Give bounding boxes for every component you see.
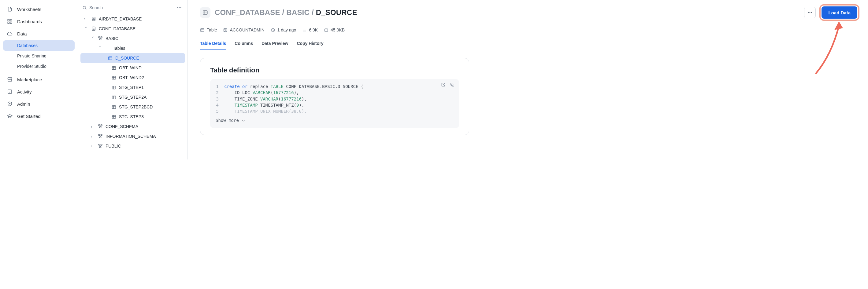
tree-label: Tables (113, 46, 125, 51)
svg-point-53 (810, 12, 810, 13)
graduation-icon (7, 113, 13, 119)
nav-label: Dashboards (17, 19, 42, 24)
svg-rect-45 (99, 137, 101, 138)
tree-table-stg-step1[interactable]: STG_STEP1 (78, 82, 187, 92)
svg-point-13 (181, 7, 181, 8)
chevron-down-icon (241, 118, 246, 123)
tree-table-stg-step2a[interactable]: STG_STEP2A (78, 92, 187, 102)
svg-rect-34 (112, 105, 115, 108)
svg-point-11 (177, 7, 178, 8)
svg-rect-56 (200, 28, 204, 32)
copy-icon[interactable] (450, 82, 455, 87)
meta-size: 45.0KB (324, 28, 345, 32)
storage-icon (324, 28, 329, 32)
tree-label: STG_STEP1 (119, 85, 144, 90)
nav-admin[interactable]: Admin (3, 98, 74, 110)
table-icon (111, 115, 117, 119)
store-icon (7, 77, 13, 82)
table-icon (111, 75, 117, 80)
tree-label: OBT_WIND2 (119, 75, 144, 80)
tree-schema-public[interactable]: › PUBLIC (78, 141, 187, 151)
tree-db-conf[interactable]: › CONF_DATABASE (78, 24, 187, 34)
svg-rect-0 (8, 19, 9, 21)
nav-databases[interactable]: Databases (3, 40, 74, 51)
tree-schema-info[interactable]: › INFORMATION_SCHEMA (78, 131, 187, 141)
nav-provider-studio[interactable]: Provider Studio (3, 61, 74, 71)
crumb-schema[interactable]: BASIC (286, 8, 310, 16)
nav-activity[interactable]: Activity (3, 85, 74, 98)
tree-db-airbyte[interactable]: › AIRBYTE_DATABASE (78, 14, 187, 24)
nav-marketplace[interactable]: Marketplace (3, 73, 74, 85)
tree-schema-conf[interactable]: › CONF_SCHEMA (78, 121, 187, 131)
more-icon[interactable] (175, 4, 183, 12)
meta-type: Table (200, 28, 217, 32)
tree-table-stg-step3[interactable]: STG_STEP3 (78, 112, 187, 121)
meta-value: 1 day ago (277, 28, 297, 32)
database-icon (91, 26, 96, 31)
meta-value: 6.9K (309, 28, 318, 32)
show-more-button[interactable]: Show more (216, 117, 454, 123)
cloud-icon (7, 31, 13, 36)
nav-dashboards[interactable]: Dashboards (3, 15, 74, 28)
svg-rect-44 (101, 135, 102, 135)
code-block: 1create or replace TABLE CONF_DATABASE.B… (210, 79, 459, 128)
schema-icon (98, 134, 103, 139)
chevron-right-icon: › (91, 124, 95, 129)
chevron-right-icon: › (91, 144, 95, 148)
nav-label: Activity (17, 89, 32, 95)
show-more-label: Show more (216, 117, 239, 123)
tree-group-tables[interactable]: › Tables (78, 43, 187, 53)
tree-label: CONF_SCHEMA (105, 124, 138, 129)
schema-icon (98, 36, 103, 41)
meta-rows: 6.9K (302, 28, 318, 32)
svg-rect-19 (108, 57, 112, 60)
svg-point-52 (808, 12, 809, 13)
header-more-button[interactable] (804, 7, 816, 18)
svg-point-60 (225, 29, 226, 30)
tree-label: PUBLIC (105, 144, 121, 148)
left-nav: Worksheets Dashboards Data Databases Pri… (0, 0, 78, 159)
nav-private-sharing[interactable]: Private Sharing (3, 51, 74, 61)
tab-table-details[interactable]: Table Details (200, 38, 226, 50)
tree-label: BASIC (105, 36, 118, 41)
crumb-db[interactable]: CONF_DATABASE (215, 8, 280, 16)
tree-label: D_SOURCE (115, 56, 139, 61)
table-icon (107, 56, 113, 61)
database-icon (91, 16, 96, 22)
list-icon (7, 89, 13, 95)
tree-table-obt-wind[interactable]: OBT_WIND (78, 63, 187, 73)
tab-copy-history[interactable]: Copy History (297, 38, 323, 50)
svg-rect-42 (99, 127, 101, 128)
tab-data-preview[interactable]: Data Preview (261, 38, 288, 50)
nav-worksheets[interactable]: Worksheets (3, 3, 74, 15)
svg-point-14 (92, 17, 95, 18)
chevron-down-icon: › (91, 36, 95, 41)
svg-point-8 (9, 103, 10, 104)
nav-sub-label: Private Sharing (17, 53, 46, 58)
svg-rect-28 (112, 86, 115, 89)
grid-icon (7, 19, 13, 24)
tree-table-obt-wind2[interactable]: OBT_WIND2 (78, 73, 187, 82)
svg-point-12 (179, 7, 180, 8)
nav-sub-label: Provider Studio (17, 64, 46, 69)
tree-schema-basic[interactable]: › BASIC (78, 34, 187, 43)
load-data-button[interactable]: Load Data (822, 6, 857, 19)
svg-line-10 (85, 8, 86, 9)
open-external-icon[interactable] (441, 82, 445, 87)
tree-table-d-source[interactable]: D_SOURCE (81, 53, 185, 63)
tree-label: INFORMATION_SCHEMA (105, 134, 156, 139)
meta-value: ACCOUNTADMIN (230, 28, 264, 32)
tree-table-stg-step2bcd[interactable]: STG_STEP2BCD (78, 102, 187, 112)
tab-columns[interactable]: Columns (235, 38, 253, 50)
chevron-down-icon: › (84, 27, 89, 31)
search-input[interactable]: Search (82, 5, 172, 10)
nav-data[interactable]: Data (3, 28, 74, 40)
svg-rect-25 (112, 76, 115, 79)
svg-rect-22 (112, 66, 115, 69)
nav-get-started[interactable]: Get Started (3, 110, 74, 122)
svg-rect-18 (99, 39, 101, 40)
chevron-down-icon: › (98, 46, 103, 50)
table-icon (111, 85, 117, 90)
meta-value: Table (207, 28, 217, 32)
rows-icon (302, 28, 307, 32)
